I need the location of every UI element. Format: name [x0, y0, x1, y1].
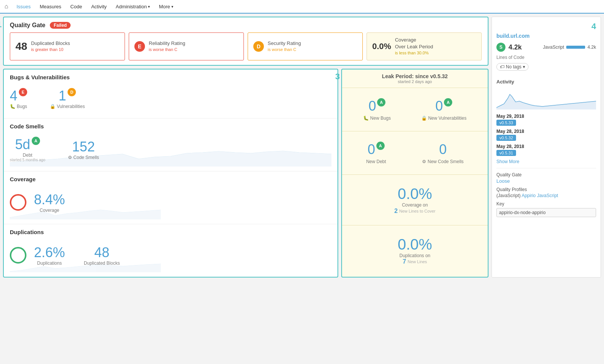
activity-date-2: May 28, 2018	[496, 129, 596, 134]
chevron-down-icon: ▾	[171, 5, 173, 9]
bugs-metric[interactable]: 4 E 🐛 Bugs	[10, 88, 27, 109]
quality-gate-cards: 48 Duplicated Blocks is greater than 10 …	[10, 32, 482, 60]
avatar: S	[496, 43, 505, 52]
new-debt-metric[interactable]: 0 A New Debt	[366, 142, 386, 164]
middle-row: 2 Bugs & Vulnerabilities 4 E 🐛 Bugs	[3, 69, 488, 278]
new-bugs-metric[interactable]: 0 A 🐛 New Bugs	[363, 98, 391, 121]
version-badge-2[interactable]: v0.5.32	[496, 135, 516, 141]
loc-number: 4.2k	[508, 43, 522, 51]
navbar: ⌂ Issues Measures Code Activity Administ…	[0, 0, 604, 14]
dup-pct-label: Duplications	[37, 261, 62, 266]
vuln-number: 1	[59, 88, 66, 104]
debt-metric[interactable]: 5d A Debt started 5 months ago	[10, 137, 45, 162]
new-smells-section: 0 A New Debt 0 ⚙ New Code Smells	[342, 131, 488, 175]
bugs-row: 4 E 🐛 Bugs 1 D	[10, 83, 331, 114]
debt-number: 5d	[15, 137, 30, 153]
smells-number: 152	[72, 139, 95, 155]
nav-measures[interactable]: Measures	[36, 0, 65, 14]
main-content: 1 Quality Gate Failed 48 Duplicated Bloc…	[3, 17, 488, 278]
sidebar: 4 build.url.com S 4.2k JavaScript 4.2k L…	[492, 17, 601, 278]
new-coverage-section: 0.0% Coverage on 2 New Lines to Cover	[342, 175, 488, 225]
code-smells-chart	[10, 146, 331, 167]
new-dup-sub: New Lines	[408, 259, 427, 264]
duplications-circle	[10, 247, 26, 264]
dup-pct-metric[interactable]: 2.6% Duplications	[34, 245, 65, 266]
qg-sub-reliability: is worse than C	[149, 47, 185, 52]
quality-gate-header: Quality Gate Failed	[10, 22, 482, 29]
code-smells-section: Code Smells 5d A Debt	[4, 119, 337, 171]
section-3-number: 3	[335, 72, 340, 82]
nav-administration[interactable]: Administration ▾	[112, 0, 154, 14]
new-dup-label: Duplications on	[399, 253, 430, 258]
duplications-section: Duplications 2.6% Duplications	[4, 224, 337, 277]
activity-date-3: May 28, 2018	[496, 144, 596, 149]
bugs-rating-badge: E	[19, 88, 27, 96]
qg-card-reliability[interactable]: E Reliability Rating is worse than C	[129, 32, 244, 60]
vulnerabilities-metric[interactable]: 1 D 🔒 Vulnerabilities	[50, 88, 85, 109]
new-debt-label: New Debt	[366, 159, 386, 164]
lang-label: JavaScript	[543, 45, 564, 50]
coverage-circle	[10, 194, 26, 211]
new-smells-label: ⚙ New Code Smells	[422, 159, 464, 164]
activity-chart	[496, 87, 596, 110]
activity-item-3: May 28, 2018 v0.5.31	[496, 144, 596, 156]
vuln-label: 🔒 Vulnerabilities	[50, 104, 85, 109]
divider	[496, 168, 596, 168]
nav-activity[interactable]: Activity	[87, 0, 110, 14]
nav-code[interactable]: Code	[66, 0, 86, 14]
activity-item-1: May 29, 2018 v0.5.33	[496, 114, 596, 126]
lang-row: JavaScript 4.2k	[543, 45, 596, 50]
new-dup-single[interactable]: 0.0% Duplications on 7 New Lines	[348, 230, 482, 271]
quality-gate-sidebar-value[interactable]: Loose	[496, 178, 596, 184]
debt-rating-badge: A	[32, 137, 40, 145]
qg-label-reliability: Reliability Rating	[149, 40, 185, 47]
activity-item-2: May 28, 2018 v0.5.32	[496, 129, 596, 141]
coverage-chart	[10, 197, 161, 219]
key-input[interactable]	[496, 208, 596, 217]
vuln-icon: 🔒	[50, 104, 55, 109]
show-more-button[interactable]: Show More	[496, 159, 596, 164]
qg-num-coverage: 0.0%	[372, 42, 391, 51]
home-icon[interactable]: ⌂	[5, 3, 8, 10]
new-bugs-row: 0 A 🐛 New Bugs 0 A	[348, 93, 482, 126]
loc-row: S 4.2k JavaScript 4.2k	[496, 43, 596, 52]
quality-gate-status: Failed	[50, 22, 71, 29]
new-debt-rating: A	[376, 142, 385, 150]
coverage-title: Coverage	[10, 176, 331, 182]
leak-subtitle: started 2 days ago	[346, 79, 484, 84]
nav-more[interactable]: More ▾	[155, 0, 177, 14]
qg-card-coverage[interactable]: 0.0% CoverageOver Leak Period is less th…	[367, 32, 482, 60]
version-badge-3[interactable]: v0.5.31	[496, 150, 516, 156]
dup-blocks-metric[interactable]: 48 Duplicated Blocks	[84, 245, 120, 266]
security-rating-badge: D	[253, 41, 264, 52]
qg-num-duplicated: 48	[15, 40, 27, 52]
new-dup-section: 0.0% Duplications on 7 New Lines	[342, 225, 488, 276]
qp-name[interactable]: Appirio JavaScript	[522, 193, 558, 198]
sidebar-url[interactable]: build.url.com	[496, 33, 596, 39]
qg-label-coverage: CoverageOver Leak Period	[395, 37, 433, 50]
nav-issues[interactable]: Issues	[13, 0, 35, 14]
new-code-smells-metric[interactable]: 0 ⚙ New Code Smells	[422, 142, 464, 164]
reliability-rating-badge: E	[134, 41, 145, 52]
tags-pill[interactable]: 🏷 No tags ▾	[496, 63, 528, 71]
new-vuln-metric[interactable]: 0 A 🔒 New Vulnerabilities	[421, 98, 467, 121]
coverage-metric[interactable]: 8.4% Coverage	[34, 192, 65, 213]
new-vuln-number: 0	[435, 98, 443, 114]
dup-blocks-number: 48	[94, 245, 109, 261]
new-smells-number: 0	[439, 142, 447, 157]
code-smells-row: 5d A Debt started 5 months ago 152 ⚙	[10, 133, 331, 167]
new-coverage-single[interactable]: 0.0% Coverage on 2 New Lines to Cover	[348, 179, 482, 221]
version-badge-1[interactable]: v0.5.33	[496, 120, 516, 126]
qg-label-duplicated: Duplicated Blocks	[31, 40, 70, 47]
qg-card-security[interactable]: D Security Rating is worse than C	[248, 32, 363, 60]
qp-lang: (JavaScript)	[496, 193, 521, 198]
code-smells-metric[interactable]: 152 ⚙ Code Smells	[68, 139, 99, 160]
new-coverage-lines: 2	[394, 208, 398, 214]
bugs-vulnerabilities-title: Bugs & Vulnerabilities	[10, 74, 331, 80]
activity-date-1: May 29, 2018	[496, 114, 596, 119]
qg-card-duplicated-blocks[interactable]: 48 Duplicated Blocks is greater than 10	[10, 32, 125, 60]
dup-pct-number: 2.6%	[34, 245, 65, 261]
new-vuln-rating: A	[444, 98, 452, 106]
quality-gate-sidebar-label: Quality Gate	[496, 172, 596, 177]
new-debt-number: 0	[368, 142, 375, 157]
